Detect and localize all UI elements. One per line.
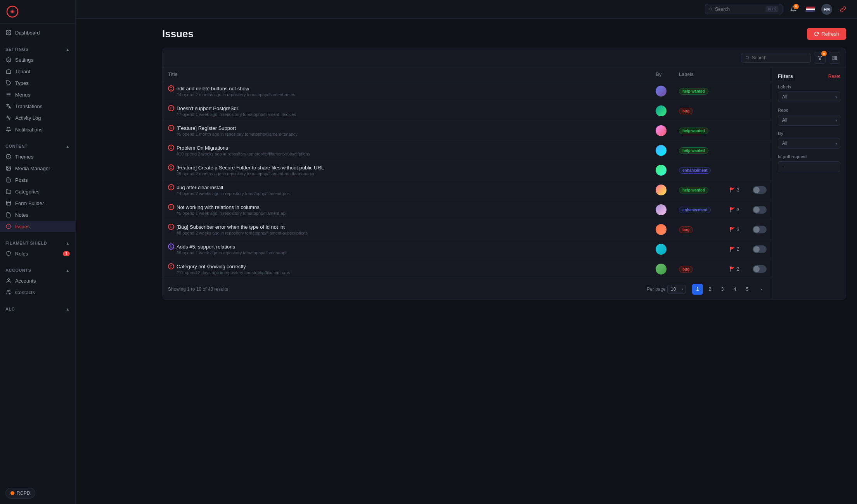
sidebar-item-accounts[interactable]: Accounts: [0, 275, 75, 287]
table-row[interactable]: [Bug] Subscriber error when the type of …: [163, 220, 772, 240]
issue-title-row: Problem On Migrations: [168, 145, 645, 151]
issue-title[interactable]: [Feature] Register Support: [177, 125, 236, 131]
flag-number: 2: [737, 247, 739, 252]
chevron-up-icon: ▲: [66, 241, 70, 245]
sidebar-item-settings[interactable]: Settings: [0, 54, 75, 66]
sidebar-item-notes[interactable]: Notes: [0, 209, 75, 221]
notification-button[interactable]: 0: [787, 3, 800, 16]
refresh-label: Refresh: [821, 31, 839, 37]
issue-meta: #10 opend 2 weeks ago in repository toma…: [177, 152, 645, 156]
page-btn-2[interactable]: 2: [705, 284, 715, 295]
flag-count: 🚩 2: [729, 266, 742, 272]
issue-title[interactable]: [Feature] Create a Secure Folder to shar…: [177, 165, 324, 171]
filter-select-by[interactable]: All: [778, 138, 840, 149]
issue-title-row: bug after clear install: [168, 184, 645, 190]
bell-icon: [5, 126, 12, 133]
flag-number: 3: [737, 227, 739, 232]
filter-group-repo: Repo All: [778, 108, 840, 126]
table-row[interactable]: edit and delete buttons not show #4 open…: [163, 81, 772, 101]
table-row[interactable]: bug after clear install #4 opend 2 weeks…: [163, 180, 772, 200]
filters-reset-button[interactable]: Reset: [828, 74, 840, 79]
sidebar-item-translations[interactable]: Translations: [0, 100, 75, 112]
table-row[interactable]: [Feature] Register Support #5 opend 1 mo…: [163, 121, 772, 141]
sidebar-item-label: Roles: [15, 251, 28, 257]
table-row[interactable]: Category not showing correctly #12 opend…: [163, 259, 772, 279]
page-btn-1[interactable]: 1: [692, 284, 703, 295]
issue-title[interactable]: edit and delete buttons not show: [177, 86, 249, 91]
filter-label-repo: Repo: [778, 108, 840, 112]
table-row[interactable]: [Feature] Create a Secure Folder to shar…: [163, 161, 772, 180]
page-btn-3[interactable]: 3: [717, 284, 728, 295]
sidebar-item-media-manager[interactable]: Media Manager: [0, 162, 75, 174]
issue-toggle[interactable]: [753, 186, 767, 194]
sidebar-item-categories[interactable]: Categories: [0, 186, 75, 197]
logo[interactable]: [0, 0, 75, 24]
issue-title-cell: Problem On Migrations #10 opend 2 weeks …: [168, 145, 645, 156]
issue-title-row: edit and delete buttons not show: [168, 85, 645, 91]
sidebar-item-form-builder[interactable]: Form Builder: [0, 197, 75, 209]
sidebar-item-types[interactable]: Types: [0, 77, 75, 89]
sidebar-item-label: Dashboard: [15, 30, 40, 36]
sidebar-section-content-header[interactable]: Content ▲: [0, 142, 75, 151]
sidebar-item-contacts[interactable]: Contacts: [0, 287, 75, 298]
sidebar-item-label: Categories: [15, 189, 40, 195]
table-row[interactable]: Not working with relations in columns #5…: [163, 200, 772, 220]
table-row[interactable]: Adds #5: support relations #6 opend 1 we…: [163, 240, 772, 259]
filter-select-labels[interactable]: All: [778, 91, 840, 102]
sidebar-section-accounts-header[interactable]: Accounts ▲: [0, 266, 75, 275]
label-badge: bug: [679, 108, 693, 114]
sidebar-item-dashboard[interactable]: Dashboard: [0, 27, 75, 38]
issue-toggle[interactable]: [753, 226, 767, 233]
columns-button[interactable]: [829, 52, 840, 64]
sidebar-item-notifications[interactable]: Notifications: [0, 124, 75, 135]
issue-title[interactable]: Doesn't support PostgreSql: [177, 105, 238, 111]
issue-title[interactable]: Not working with relations in columns: [177, 204, 260, 210]
issue-title[interactable]: Adds #5: support relations: [177, 244, 235, 250]
link-button[interactable]: [837, 3, 849, 16]
table-row[interactable]: Problem On Migrations #10 opend 2 weeks …: [163, 141, 772, 161]
rgpd-badge[interactable]: RGPD: [5, 488, 35, 499]
filter-label-is_pull_request: Is pull request: [778, 154, 840, 159]
per-page-select[interactable]: 10 25 50: [667, 285, 686, 293]
sidebar-item-label: Activity Log: [15, 115, 41, 121]
svg-point-37: [170, 186, 172, 188]
table-row[interactable]: Doesn't support PostgreSql #7 opend 1 we…: [163, 101, 772, 121]
user-avatar[interactable]: FM: [821, 4, 832, 15]
sidebar-item-themes[interactable]: Themes: [0, 151, 75, 162]
svg-point-1: [11, 10, 14, 13]
issue-toggle[interactable]: [753, 245, 767, 253]
issue-title[interactable]: Problem On Migrations: [177, 145, 228, 151]
sidebar-item-roles[interactable]: Roles 1: [0, 248, 75, 259]
sidebar-section-alc-header[interactable]: ALC ▲: [0, 304, 75, 314]
issue-title[interactable]: bug after clear install: [177, 185, 223, 190]
topbar-search-input[interactable]: [715, 7, 763, 12]
flag-button[interactable]: [804, 3, 817, 16]
sidebar-item-activity-log[interactable]: Activity Log: [0, 112, 75, 124]
sidebar-item-tenant[interactable]: Tenant: [0, 66, 75, 77]
issue-title-cell: bug after clear install #4 opend 2 weeks…: [168, 184, 645, 196]
sidebar-item-issues[interactable]: Issues: [0, 221, 75, 232]
sidebar-item-label: Settings: [15, 57, 33, 63]
filter-select-repo[interactable]: All: [778, 115, 840, 126]
refresh-button[interactable]: Refresh: [807, 28, 846, 40]
filter-button[interactable]: 0: [814, 52, 826, 64]
issue-toggle[interactable]: [753, 206, 767, 214]
issue-title[interactable]: [Bug] Subscriber error when the type of …: [177, 224, 285, 230]
svg-point-26: [746, 56, 748, 59]
issue-title[interactable]: Category not showing correctly: [177, 264, 246, 269]
sidebar-item-label: Posts: [15, 177, 28, 183]
panel-search-input[interactable]: [752, 55, 807, 60]
sidebar-item-posts[interactable]: Posts: [0, 174, 75, 186]
topbar-search-box[interactable]: ⌘+K: [705, 4, 783, 14]
page-btn-4[interactable]: 4: [729, 284, 740, 295]
open-issue-icon: [168, 105, 174, 111]
sidebar-section-shield-header[interactable]: Filament Shield ▲: [0, 238, 75, 248]
issue-toggle[interactable]: [753, 265, 767, 273]
svg-rect-29: [833, 56, 834, 60]
page-btn-5[interactable]: 5: [742, 284, 753, 295]
sidebar-section-settings-header[interactable]: Settings ▲: [0, 45, 75, 54]
dashboard-icon: [5, 29, 12, 36]
sidebar-item-menus[interactable]: Menus: [0, 89, 75, 100]
next-page-button[interactable]: ›: [756, 284, 767, 295]
panel-search-box[interactable]: [741, 53, 811, 63]
